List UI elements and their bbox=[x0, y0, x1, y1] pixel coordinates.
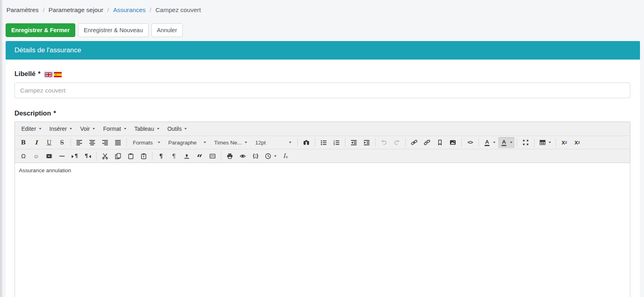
save-new-button[interactable]: Enregistrer & Nouveau bbox=[78, 23, 149, 37]
text-color-button[interactable]: A bbox=[481, 137, 497, 148]
numbered-list-button[interactable]: 123 bbox=[330, 137, 343, 148]
align-left-button[interactable] bbox=[73, 137, 85, 148]
toolbar-separator bbox=[461, 138, 462, 147]
menu-format[interactable]: Format bbox=[99, 123, 130, 134]
chevron-down-icon bbox=[204, 142, 206, 143]
insert-datetime-icon bbox=[264, 153, 272, 160]
font-size-dropdown[interactable]: 12pt bbox=[252, 137, 295, 148]
cancel-button[interactable]: Annuler bbox=[151, 23, 183, 37]
underline-button[interactable]: U bbox=[43, 137, 55, 148]
paragraph-dropdown[interactable]: Paragraphe bbox=[165, 137, 210, 148]
horizontal-rule-button[interactable] bbox=[56, 151, 68, 161]
formats-dropdown[interactable]: Formats bbox=[129, 137, 164, 148]
ltr-button[interactable]: ¶ bbox=[69, 151, 81, 161]
rtl-button[interactable]: ¶ bbox=[82, 151, 94, 161]
anchor-icon bbox=[436, 139, 444, 146]
remove-link-button[interactable] bbox=[421, 137, 433, 148]
libelle-required-mark: * bbox=[38, 70, 40, 78]
table-button[interactable] bbox=[537, 137, 553, 148]
background-color-icon: A bbox=[500, 139, 508, 146]
background-color-button[interactable]: A bbox=[498, 137, 514, 148]
insert-media-button[interactable] bbox=[43, 151, 55, 161]
chevron-down-icon bbox=[70, 128, 72, 130]
insert-media-icon bbox=[45, 153, 53, 160]
insert-datetime-button[interactable] bbox=[262, 151, 279, 161]
nonbreaking-space-button[interactable] bbox=[181, 151, 193, 161]
italic-button[interactable]: I bbox=[30, 137, 42, 148]
copy-button[interactable] bbox=[112, 151, 124, 161]
italic-icon: I bbox=[33, 139, 40, 146]
chevron-down-icon bbox=[157, 128, 159, 130]
bold-button[interactable]: B bbox=[17, 137, 29, 148]
show-invisibles-button[interactable]: ¶ bbox=[155, 151, 167, 161]
panel-title: Détails de l'assurance bbox=[6, 41, 640, 60]
description-required-mark: * bbox=[54, 109, 56, 117]
cut-icon bbox=[101, 153, 109, 160]
align-right-button[interactable] bbox=[99, 137, 111, 148]
menu-table[interactable]: Tableau bbox=[130, 123, 163, 134]
menu-tools[interactable]: Outils bbox=[163, 123, 191, 134]
svg-text:T: T bbox=[143, 155, 145, 159]
rtl-icon: ¶ bbox=[84, 153, 91, 160]
source-code-button[interactable]: <> bbox=[464, 137, 476, 148]
insert-image-button[interactable] bbox=[447, 137, 459, 148]
insert-link-button[interactable] bbox=[408, 137, 420, 148]
breadcrumb-item-parametres[interactable]: Paramètres bbox=[6, 6, 39, 14]
clear-formatting-button[interactable]: Ix bbox=[279, 151, 291, 161]
panel-body: Libellé * Description * EditerInsérerVoi… bbox=[6, 60, 640, 297]
increase-indent-icon bbox=[363, 139, 370, 146]
find-replace-button[interactable] bbox=[300, 137, 312, 148]
breadcrumb-item-assurances[interactable]: Assurances bbox=[113, 6, 146, 14]
toolbar-group bbox=[408, 137, 459, 148]
subscript-button[interactable]: X2 bbox=[558, 137, 570, 148]
cut-button[interactable] bbox=[99, 151, 111, 161]
menu-edit[interactable]: Editer bbox=[17, 123, 45, 134]
undo-icon bbox=[380, 139, 388, 146]
font-family-dropdown[interactable]: Times Ne... bbox=[211, 137, 251, 148]
align-center-button[interactable] bbox=[86, 137, 98, 148]
anchor-button[interactable] bbox=[434, 137, 446, 148]
print-button[interactable] bbox=[224, 151, 236, 161]
blockquote-button[interactable]: “ bbox=[194, 151, 206, 161]
toolbar-separator bbox=[297, 138, 298, 147]
show-blocks-button[interactable]: ¶ bbox=[168, 151, 180, 161]
superscript-button[interactable]: X2 bbox=[571, 137, 583, 148]
menu-tools-label: Outils bbox=[167, 126, 182, 132]
libelle-input[interactable] bbox=[14, 82, 630, 98]
editor-head: EditerInsérerVoirFormatTableauOutils BIU… bbox=[15, 122, 630, 163]
details-panel: Détails de l'assurance Libellé * Descrip… bbox=[6, 41, 640, 297]
emoticons-icon: ☺ bbox=[33, 153, 40, 160]
chevron-down-icon bbox=[274, 155, 277, 157]
paste-as-text-button[interactable]: T bbox=[138, 151, 150, 161]
table-icon bbox=[539, 139, 546, 146]
gb-flag-icon[interactable] bbox=[45, 71, 52, 76]
breadcrumb-item-parametrage-sejour[interactable]: Parametrage sejour bbox=[48, 6, 103, 14]
save-close-button[interactable]: Enregistrer & Fermer bbox=[6, 23, 75, 37]
preview-button[interactable] bbox=[237, 151, 249, 161]
insert-template-button[interactable] bbox=[206, 151, 219, 161]
libelle-label: Libellé bbox=[14, 70, 35, 78]
align-justify-button[interactable] bbox=[112, 137, 124, 148]
redo-button[interactable] bbox=[391, 137, 403, 148]
es-flag-icon[interactable] bbox=[54, 71, 62, 76]
code-sample-button[interactable]: {;} bbox=[250, 151, 262, 161]
decrease-indent-button[interactable] bbox=[348, 137, 360, 148]
toolbar-group bbox=[537, 137, 553, 148]
horizontal-rule-icon bbox=[58, 153, 66, 160]
special-character-button[interactable]: Ω bbox=[17, 151, 29, 161]
toolbar-separator bbox=[534, 138, 535, 147]
bullet-list-button[interactable] bbox=[318, 137, 330, 148]
chevron-down-icon bbox=[289, 142, 291, 143]
undo-button[interactable] bbox=[378, 137, 390, 148]
fullscreen-button[interactable] bbox=[520, 137, 532, 148]
svg-text:3: 3 bbox=[334, 143, 335, 146]
menu-view[interactable]: Voir bbox=[76, 123, 99, 134]
emoticons-button[interactable]: ☺ bbox=[30, 151, 42, 161]
strikethrough-button[interactable]: S bbox=[56, 137, 68, 148]
editor-content[interactable]: Assurance annulation bbox=[15, 163, 630, 297]
paste-button[interactable] bbox=[125, 151, 137, 161]
increase-indent-button[interactable] bbox=[361, 137, 373, 148]
menu-insert[interactable]: Insérer bbox=[45, 123, 76, 134]
toolbar-separator bbox=[345, 138, 345, 147]
toolbar-group: ¶¶“ bbox=[155, 151, 219, 161]
